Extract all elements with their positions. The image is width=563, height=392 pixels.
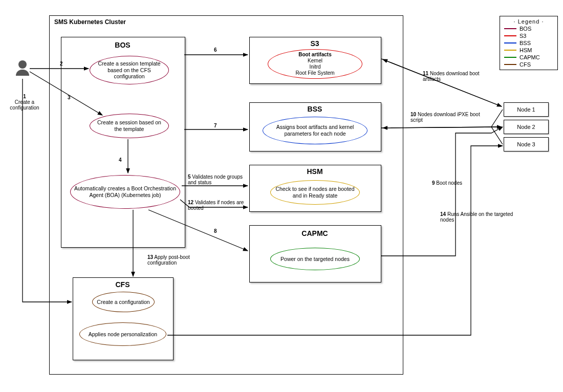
capmc-e1-text: Power on the targeted nodes (280, 256, 350, 263)
step-5-label: 5 Validates node groups and status (188, 174, 249, 185)
legend-capmc: CAPMC (504, 54, 553, 60)
bos-e2-text: Create a session based on the template (93, 119, 165, 132)
s3-l1: Kernel (308, 58, 322, 64)
step-11-label: 11 Nodes download boot artifacts (423, 71, 494, 82)
hsm-ellipse: Check to see if nodes are booted and in … (270, 180, 360, 205)
legend-cfs: CFS (504, 61, 553, 68)
s3-l3: Root File System (295, 70, 334, 76)
step-4-label: 4 (119, 157, 122, 163)
legend-box: · Legend · BOS S3 BSS HSM CAPMC CFS (500, 16, 558, 70)
s3-l2: Initrd (309, 64, 320, 70)
bos-title: BOS (61, 41, 184, 49)
bos-ellipse-session-template: Create a session template based on the C… (90, 56, 169, 84)
cfs-title: CFS (73, 280, 172, 289)
bss-ellipse: Assigns boot artifacts and kernel parame… (263, 117, 367, 144)
legend-title: · Legend · (504, 18, 553, 25)
node-3: Node 3 (504, 137, 549, 151)
step-8-label: 8 (214, 228, 217, 234)
bos-ellipse-session: Create a session based on the template (90, 114, 169, 138)
legend-bos: BOS (504, 26, 553, 32)
cfs-box (73, 277, 174, 360)
bos-e1-text: Create a session template based on the C… (93, 60, 165, 80)
step-14-label: 14 Runs Ansible on the targeted nodes (440, 211, 517, 223)
hsm-title: HSM (249, 167, 380, 176)
cfs-e2-text: Applies node personalization (89, 331, 157, 338)
s3-head: Boot artifacts (298, 52, 331, 58)
step-2-label: 2 (60, 61, 63, 67)
cfs-ellipse-personalization: Applies node personalization (79, 322, 166, 346)
step-3-label: 3 (68, 95, 71, 100)
step-9-label: 9 Boot nodes (432, 180, 473, 186)
bss-title: BSS (249, 105, 380, 113)
step-6-label: 6 (214, 47, 217, 53)
s3-ellipse: Boot artifacts Kernel Initrd Root File S… (268, 49, 362, 79)
node-2: Node 2 (504, 120, 549, 134)
step-13-label: 13 Apply post-boot configuration (147, 254, 199, 266)
step-7-label: 7 (214, 123, 217, 128)
bos-e3-text: Automatically creates a Boot Orchestrati… (74, 185, 177, 198)
legend-hsm: HSM (504, 47, 553, 53)
cfs-e1-text: Create a configuration (97, 299, 149, 306)
legend-bss: BSS (504, 40, 553, 46)
s3-title: S3 (249, 39, 380, 48)
capmc-ellipse: Power on the targeted nodes (270, 248, 360, 270)
capmc-title: CAPMC (249, 229, 380, 237)
legend-s3: S3 (504, 33, 553, 39)
step-1-label: 1Create a configuration (7, 94, 42, 111)
bss-e1-text: Assigns boot artifacts and kernel parame… (266, 124, 364, 137)
user-icon (15, 60, 30, 76)
bos-ellipse-boa: Automatically creates a Boot Orchestrati… (70, 175, 180, 209)
hsm-e1-text: Check to see if nodes are booted and in … (274, 186, 356, 199)
cluster-title: SMS Kubernetes Cluster (54, 18, 126, 26)
node-1: Node 1 (504, 102, 549, 117)
cfs-ellipse-config: Create a configuration (92, 292, 155, 312)
step-10-label: 10 Nodes download iPXE boot script (410, 112, 482, 123)
step-12-label: 12 Validates if nodes are booted (188, 200, 244, 211)
